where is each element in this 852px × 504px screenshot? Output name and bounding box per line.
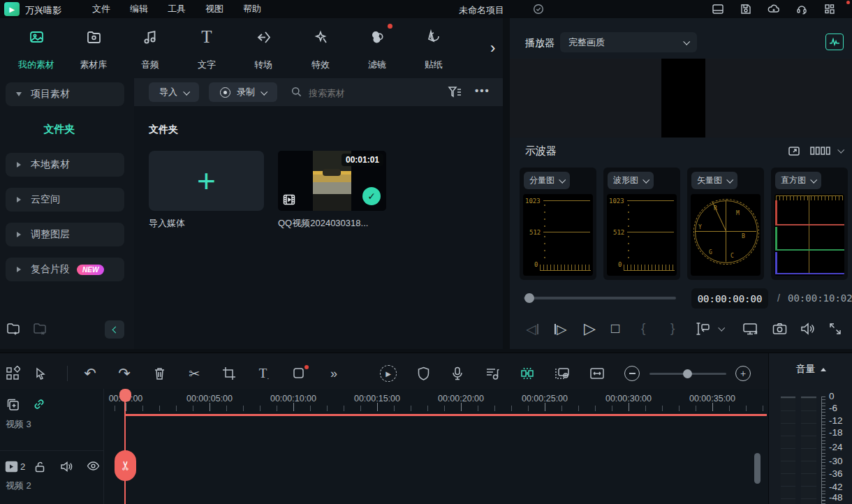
playhead-handle[interactable] bbox=[119, 389, 131, 402]
scopes-toggle-icon[interactable] bbox=[825, 34, 844, 50]
scope-type-dropdown[interactable]: 波形图 bbox=[608, 172, 654, 189]
more-options-icon[interactable]: ••• bbox=[475, 84, 490, 96]
quick-split-scissors-handle[interactable]: ✂ bbox=[115, 450, 136, 481]
menu-view[interactable]: 视图 bbox=[196, 0, 233, 18]
sidebar-item-cloud[interactable]: 云空间 bbox=[6, 188, 124, 212]
shield-button[interactable] bbox=[414, 364, 432, 383]
external-display-button[interactable] bbox=[742, 323, 759, 336]
menu-edit[interactable]: 编辑 bbox=[120, 0, 158, 18]
collapse-sidebar-button[interactable] bbox=[105, 320, 124, 339]
tabs-expand-chevron-icon[interactable]: › bbox=[490, 39, 495, 57]
quality-dropdown[interactable]: 完整画质 bbox=[560, 32, 697, 52]
seek-slider-handle[interactable] bbox=[524, 293, 534, 303]
media-clip-card[interactable]: 00:01:01 ✓ bbox=[278, 151, 386, 211]
sidebar-item-folder[interactable]: 文件夹 bbox=[0, 123, 119, 136]
tab-stickers[interactable]: 贴纸 bbox=[406, 28, 461, 71]
save-icon[interactable] bbox=[740, 3, 752, 15]
apps-grid-icon[interactable] bbox=[823, 3, 836, 15]
tab-my-media[interactable]: 我的素材 bbox=[9, 28, 64, 71]
scope-type-dropdown[interactable]: 矢量图 bbox=[691, 172, 737, 189]
stop-button[interactable]: □ bbox=[611, 320, 619, 336]
search-input[interactable] bbox=[307, 84, 429, 102]
tab-audio[interactable]: 音频 bbox=[123, 28, 177, 71]
mask-tool-button[interactable] bbox=[290, 364, 308, 383]
ruler-label: 00:00:30:00 bbox=[587, 394, 670, 403]
preview-viewport[interactable] bbox=[510, 59, 852, 138]
vector-label-g: G bbox=[709, 249, 712, 255]
quick-split-mode-button[interactable] bbox=[518, 364, 536, 383]
track2-visibility-icon[interactable] bbox=[87, 461, 100, 471]
redo-button[interactable]: ↷ bbox=[115, 364, 133, 383]
tab-effects[interactable]: 特效 bbox=[293, 28, 348, 71]
track2-label[interactable]: 视频 2 bbox=[6, 480, 31, 492]
mute-speaker-button[interactable] bbox=[800, 323, 816, 335]
scope-type-dropdown[interactable]: 直方图 bbox=[775, 172, 821, 189]
support-headset-icon[interactable] bbox=[795, 3, 808, 15]
select-tool-icon[interactable] bbox=[31, 364, 50, 383]
layout-panel-icon[interactable] bbox=[712, 3, 724, 15]
more-tools-button[interactable]: » bbox=[325, 364, 343, 383]
import-dropdown-button[interactable]: 导入 bbox=[149, 82, 199, 102]
time-ruler[interactable]: 00:00:00 00:00:05:00 00:00:10:00 00:00:1… bbox=[103, 389, 768, 412]
preview-range-button[interactable] bbox=[553, 364, 571, 383]
mark-in-button[interactable]: { bbox=[641, 320, 645, 336]
filter-icon[interactable] bbox=[447, 85, 462, 99]
track2-film-icon[interactable] bbox=[5, 461, 18, 473]
scope-tick-0: 0 bbox=[534, 261, 538, 268]
scopes-popout-icon[interactable] bbox=[788, 145, 800, 156]
tab-transitions[interactable]: 转场 bbox=[236, 28, 291, 71]
sidebar-item-project-media[interactable]: 项目素材 bbox=[6, 82, 124, 106]
sidebar-item-label: 本地素材 bbox=[31, 158, 70, 171]
sidebar-item-adjustment-layer[interactable]: 调整图层 bbox=[6, 223, 124, 246]
marker-button[interactable] bbox=[696, 323, 711, 335]
tab-stock-media[interactable]: 素材库 bbox=[66, 28, 121, 71]
scope-type-dropdown[interactable]: 分量图 bbox=[524, 172, 570, 189]
previous-frame-button[interactable]: ◁ bbox=[526, 321, 538, 337]
link-clips-icon[interactable] bbox=[32, 397, 46, 411]
track2-lock-icon[interactable] bbox=[34, 461, 46, 473]
tab-text[interactable]: T 文字 bbox=[179, 28, 234, 71]
scopes-layout-chevron-icon[interactable] bbox=[837, 147, 844, 154]
tab-filters[interactable]: 滤镜 bbox=[350, 28, 404, 71]
scope-tick-1023: 1023 bbox=[609, 198, 624, 205]
crop-button[interactable] bbox=[220, 364, 238, 383]
current-timecode[interactable]: 00:00:00:00 bbox=[691, 288, 768, 309]
mark-out-button[interactable]: } bbox=[670, 320, 675, 336]
snapshot-camera-button[interactable] bbox=[772, 323, 787, 335]
fit-timeline-button[interactable] bbox=[588, 364, 606, 383]
text-tool-button[interactable]: T. bbox=[255, 364, 273, 383]
import-media-card[interactable]: + bbox=[149, 151, 264, 211]
menu-help[interactable]: 帮助 bbox=[233, 0, 271, 18]
split-scissors-button[interactable]: ✂ bbox=[185, 364, 203, 383]
sidebar-item-compound-clip[interactable]: 复合片段 NEW bbox=[6, 258, 124, 281]
next-frame-button[interactable]: ▷ bbox=[554, 321, 567, 337]
selected-check-icon[interactable]: ✓ bbox=[362, 187, 381, 205]
duplicate-track-icon[interactable] bbox=[6, 397, 20, 412]
playhead-line[interactable] bbox=[124, 389, 126, 504]
seek-slider-track[interactable] bbox=[524, 297, 676, 299]
zoom-in-button[interactable]: + bbox=[734, 364, 752, 383]
delete-button[interactable] bbox=[150, 364, 168, 383]
cloud-sync-icon[interactable] bbox=[767, 3, 780, 15]
menu-file[interactable]: 文件 bbox=[82, 0, 120, 18]
marker-chevron-icon[interactable] bbox=[718, 325, 725, 332]
track1-label[interactable]: 视频 3 bbox=[6, 418, 31, 431]
voiceover-mic-button[interactable] bbox=[448, 364, 467, 383]
audio-mixer-button[interactable] bbox=[483, 364, 501, 383]
timeline-zoom-slider-handle[interactable] bbox=[683, 369, 692, 378]
play-button[interactable]: ▷ bbox=[584, 320, 596, 338]
track2-mute-icon[interactable] bbox=[60, 461, 73, 473]
menu-tools[interactable]: 工具 bbox=[158, 0, 196, 18]
volume-header[interactable]: 音量 bbox=[769, 363, 852, 376]
vertical-scrollbar[interactable] bbox=[754, 453, 761, 484]
manage-tracks-icon[interactable] bbox=[3, 364, 22, 383]
scopes-layout-icon[interactable] bbox=[810, 147, 831, 155]
undo-button[interactable]: ↶ bbox=[81, 364, 99, 383]
fullscreen-button[interactable] bbox=[829, 323, 842, 335]
sidebar-item-local-media[interactable]: 本地素材 bbox=[6, 153, 124, 177]
zoom-out-button[interactable] bbox=[623, 364, 641, 383]
add-folder-icon[interactable] bbox=[6, 321, 21, 336]
render-preview-button[interactable]: ▶ bbox=[379, 364, 397, 383]
delete-folder-icon[interactable] bbox=[32, 321, 47, 336]
record-dropdown-button[interactable]: 录制 bbox=[209, 82, 277, 102]
